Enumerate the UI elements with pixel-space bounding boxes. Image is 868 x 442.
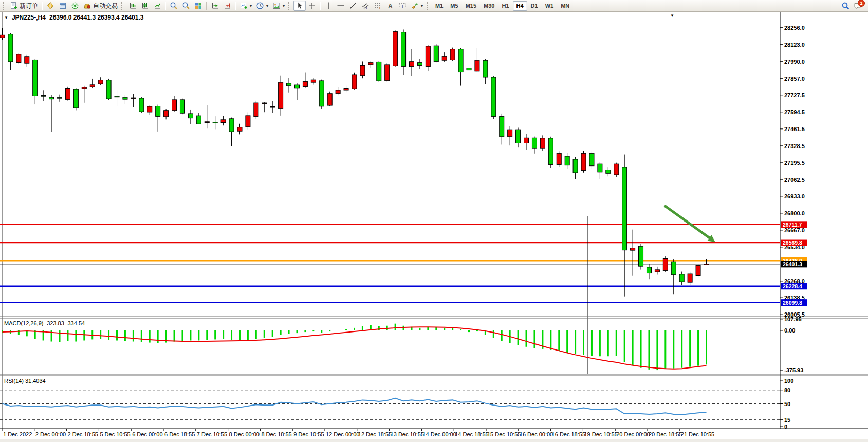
svg-text:27461.5: 27461.5 bbox=[784, 126, 805, 132]
toolbar-separator bbox=[320, 2, 321, 10]
text-tool-button[interactable]: A bbox=[384, 1, 396, 11]
svg-text:28256.0: 28256.0 bbox=[784, 25, 805, 31]
shapes-tool-button[interactable]: ▾ bbox=[409, 1, 425, 11]
svg-text:14 Dec 18:55: 14 Dec 18:55 bbox=[455, 431, 488, 437]
toolbar-grip[interactable] bbox=[121, 2, 124, 10]
bar-chart-icon bbox=[128, 2, 137, 10]
text-label-tool-button[interactable]: T bbox=[396, 1, 409, 11]
horizontal-line-tool-button[interactable] bbox=[335, 1, 347, 11]
zoom-in-button[interactable] bbox=[168, 1, 180, 11]
timeframe-d1[interactable]: D1 bbox=[527, 1, 542, 11]
chat-button[interactable]: 1 bbox=[852, 1, 868, 11]
trendline-icon bbox=[349, 2, 357, 10]
zoom-out-icon bbox=[182, 2, 190, 10]
text-icon: A bbox=[386, 2, 394, 10]
shapes-icon bbox=[411, 2, 419, 10]
auto-scroll-button[interactable] bbox=[209, 1, 221, 11]
cursor-button[interactable] bbox=[293, 1, 306, 11]
toolbar-grip[interactable] bbox=[427, 2, 430, 10]
svg-text:5 Dec 10:55: 5 Dec 10:55 bbox=[100, 431, 130, 437]
auto-scroll-icon bbox=[211, 2, 219, 10]
trendline-tool-button[interactable] bbox=[347, 1, 359, 11]
tile-windows-button[interactable] bbox=[192, 1, 205, 11]
svg-text:-375.93: -375.93 bbox=[784, 367, 803, 373]
new-order-label: 新订单 bbox=[20, 2, 38, 10]
periods-button[interactable]: ▾ bbox=[254, 1, 270, 11]
chart-window: 28256.028123.027990.027857.027727.527594… bbox=[0, 12, 868, 442]
svg-text:26711.7: 26711.7 bbox=[783, 222, 802, 228]
svg-text:14 Dec 00:00: 14 Dec 00:00 bbox=[422, 431, 456, 437]
chevron-down-icon: ▾ bbox=[250, 4, 252, 8]
timeframe-w1[interactable]: W1 bbox=[542, 1, 558, 11]
autotrading-button[interactable]: 自动交易 bbox=[81, 1, 120, 11]
timeframe-h1[interactable]: H1 bbox=[498, 1, 512, 11]
crosshair-button[interactable] bbox=[306, 1, 318, 11]
new-order-icon bbox=[10, 2, 18, 10]
svg-text:100: 100 bbox=[784, 378, 793, 384]
channel-icon: E bbox=[361, 2, 370, 10]
svg-text:26667.0: 26667.0 bbox=[784, 227, 805, 233]
search-button[interactable] bbox=[839, 1, 852, 11]
clock-icon bbox=[256, 2, 264, 10]
svg-text:107.95: 107.95 bbox=[784, 316, 802, 322]
line-chart-mode-button[interactable] bbox=[151, 1, 163, 11]
candle-chart-mode-button[interactable] bbox=[139, 1, 151, 11]
svg-text:27062.5: 27062.5 bbox=[784, 177, 805, 183]
svg-text:16 Dec 00:00: 16 Dec 00:00 bbox=[520, 431, 553, 437]
timeframe-m5[interactable]: M5 bbox=[447, 1, 461, 11]
svg-text:0.00: 0.00 bbox=[784, 327, 795, 334]
indicators-button[interactable]: ▾ bbox=[237, 1, 254, 11]
templates-button[interactable]: ▾ bbox=[270, 1, 287, 11]
svg-text:27727.5: 27727.5 bbox=[784, 92, 805, 98]
svg-text:27990.0: 27990.0 bbox=[784, 59, 805, 65]
toolbar-separator bbox=[235, 2, 236, 10]
toolbar-grip[interactable] bbox=[288, 2, 291, 10]
svg-text:12 Dec 18:55: 12 Dec 18:55 bbox=[358, 431, 392, 437]
market-watch-icon bbox=[46, 2, 54, 10]
toolbar: 新订单自动交易▾▾▾EFAT▾M1M5M15M30H1H4D1W1MN1 bbox=[0, 0, 868, 12]
zoom-out-button[interactable] bbox=[180, 1, 192, 11]
notification-badge: 1 bbox=[858, 0, 865, 7]
new-order-button[interactable]: 新订单 bbox=[8, 1, 40, 11]
hline-icon bbox=[337, 2, 345, 10]
cursor-icon bbox=[296, 2, 304, 10]
svg-text:19 Dec 10:55: 19 Dec 10:55 bbox=[584, 431, 617, 437]
market-watch-button[interactable] bbox=[44, 1, 57, 11]
svg-text:27328.5: 27328.5 bbox=[784, 143, 805, 149]
svg-text:15 Dec 10:55: 15 Dec 10:55 bbox=[487, 431, 521, 437]
timeframe-m1[interactable]: M1 bbox=[432, 1, 447, 11]
bar-chart-mode-button[interactable] bbox=[126, 1, 139, 11]
svg-text:26401.3: 26401.3 bbox=[783, 261, 802, 267]
search-icon bbox=[841, 2, 849, 10]
price-chart[interactable]: 28256.028123.027990.027857.027727.527594… bbox=[0, 12, 868, 442]
chevron-down-icon: ▾ bbox=[266, 4, 268, 8]
data-window-button[interactable] bbox=[57, 1, 69, 11]
chevron-down-icon: ▾ bbox=[283, 4, 285, 8]
tile-windows-icon bbox=[194, 2, 202, 10]
svg-text:26228.4: 26228.4 bbox=[783, 283, 802, 289]
toolbar-grip[interactable] bbox=[3, 2, 6, 10]
svg-text:16 Dec 18:55: 16 Dec 18:55 bbox=[552, 431, 585, 437]
svg-text:13 Dec 10:55: 13 Dec 10:55 bbox=[391, 431, 424, 437]
equidistant-channel-tool-button[interactable]: E bbox=[359, 1, 372, 11]
chart-shift-button[interactable] bbox=[221, 1, 233, 11]
sound-alert-button[interactable] bbox=[69, 1, 81, 11]
fibonacci-tool-button[interactable]: F bbox=[372, 1, 384, 11]
timeframe-h4[interactable]: H4 bbox=[513, 1, 527, 11]
svg-text:26569.8: 26569.8 bbox=[783, 240, 802, 246]
timeframe-m30[interactable]: M30 bbox=[480, 1, 498, 11]
fibonacci-icon: F bbox=[374, 2, 382, 10]
template-icon bbox=[272, 2, 281, 10]
svg-text:0: 0 bbox=[784, 423, 787, 430]
svg-text:20 Dec 18:55: 20 Dec 18:55 bbox=[649, 431, 682, 437]
timeframe-m15[interactable]: M15 bbox=[462, 1, 480, 11]
svg-text:8 Dec 00:00: 8 Dec 00:00 bbox=[229, 431, 260, 437]
svg-text:26800.0: 26800.0 bbox=[784, 210, 805, 216]
svg-text:27594.5: 27594.5 bbox=[784, 109, 805, 115]
svg-text:20 Dec 00:00: 20 Dec 00:00 bbox=[616, 431, 650, 437]
svg-text:7 Dec 10:55: 7 Dec 10:55 bbox=[197, 431, 227, 437]
svg-text:2 Dec 00:00: 2 Dec 00:00 bbox=[35, 431, 66, 437]
svg-text:9 Dec 10:55: 9 Dec 10:55 bbox=[293, 431, 324, 437]
vertical-line-tool-button[interactable] bbox=[322, 1, 335, 11]
timeframe-mn[interactable]: MN bbox=[557, 1, 573, 11]
